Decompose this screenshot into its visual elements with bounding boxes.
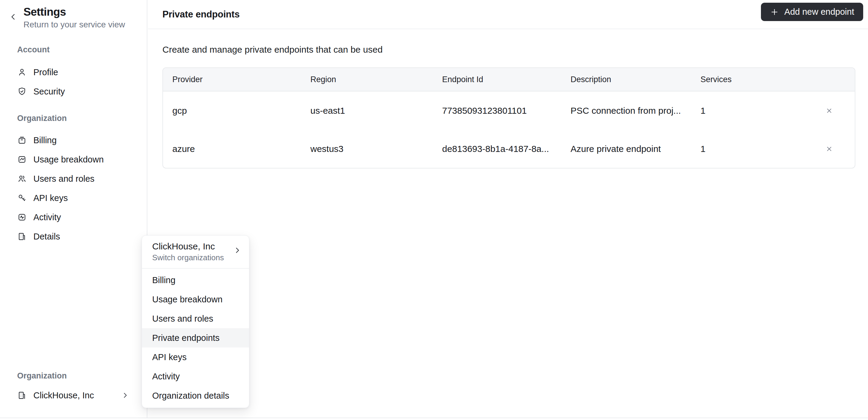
column-header-endpoint-id: Endpoint Id — [433, 75, 561, 84]
sidebar-item-label: Details — [33, 232, 60, 242]
sidebar-header: Settings Return to your service view — [0, 0, 147, 30]
shield-check-icon — [17, 87, 27, 96]
column-header-provider: Provider — [163, 75, 301, 84]
topbar-title: Private endpoints — [162, 9, 240, 20]
activity-icon — [17, 212, 27, 222]
sidebar-item-details[interactable]: Details — [0, 227, 147, 246]
private-endpoints-table: Provider Region Endpoint Id Description … — [162, 67, 856, 169]
page-bottom-divider — [0, 418, 868, 418]
page-description: Create and manage private endpoints that… — [162, 44, 868, 55]
chevron-right-icon — [121, 391, 129, 399]
table-row[interactable]: azure westus3 de813693-8b1a-4187-8a... A… — [163, 130, 855, 168]
remove-endpoint-button[interactable] — [825, 145, 855, 153]
menu-item-usage-breakdown[interactable]: Usage breakdown — [142, 290, 249, 309]
menu-item-private-endpoints[interactable]: Private endpoints — [142, 328, 249, 348]
menu-header-switch-organizations[interactable]: ClickHouse, Inc Switch organizations — [142, 236, 249, 268]
cell-services: 1 — [691, 106, 805, 116]
sidebar-item-label: Usage breakdown — [33, 155, 104, 164]
section-label-organization: Organization — [17, 114, 147, 123]
menu-org-subtitle: Switch organizations — [152, 252, 228, 263]
add-new-endpoint-button[interactable]: Add new endpoint — [761, 3, 863, 21]
menu-item-api-keys[interactable]: API keys — [142, 348, 249, 367]
organization-context-menu: ClickHouse, Inc Switch organizations Bil… — [142, 235, 249, 408]
footer-section-label: Organization — [17, 371, 146, 380]
remove-endpoint-button[interactable] — [825, 107, 855, 115]
x-icon — [825, 145, 833, 153]
cell-provider: gcp — [163, 106, 301, 116]
cell-endpoint-id: 77385093123801101 — [433, 106, 561, 116]
sidebar-item-security[interactable]: Security — [0, 82, 147, 101]
app-root: Settings Return to your service view Acc… — [0, 0, 868, 420]
cell-region: westus3 — [301, 144, 433, 154]
sidebar-item-label: Profile — [33, 67, 58, 77]
sidebar-item-activity[interactable]: Activity — [0, 208, 147, 227]
add-button-label: Add new endpoint — [784, 7, 854, 17]
cell-description: PSC connection from proj... — [561, 106, 691, 116]
cell-region: us-east1 — [301, 106, 433, 116]
sidebar-footer: Organization ClickHouse, Inc — [0, 371, 146, 405]
table-header-row: Provider Region Endpoint Id Description … — [163, 68, 855, 91]
top-bar: Private endpoints Add new endpoint — [148, 0, 868, 29]
users-icon — [17, 174, 27, 183]
sidebar-item-billing[interactable]: Billing — [0, 130, 147, 150]
back-button[interactable] — [8, 11, 19, 22]
sidebar-item-users-and-roles[interactable]: Users and roles — [0, 169, 147, 188]
page-subtitle: Return to your service view — [24, 19, 141, 30]
plus-icon — [770, 7, 779, 17]
sidebar-item-label: Activity — [33, 212, 61, 222]
section-label-account: Account — [17, 45, 147, 54]
chevron-right-icon — [233, 246, 242, 255]
settings-sidebar: Settings Return to your service view Acc… — [0, 0, 147, 418]
key-icon — [17, 193, 27, 203]
billing-icon — [17, 136, 27, 145]
sidebar-item-usage-breakdown[interactable]: Usage breakdown — [0, 150, 147, 169]
menu-org-name: ClickHouse, Inc — [152, 240, 228, 252]
sidebar-item-label: API keys — [33, 193, 68, 203]
menu-item-organization-details[interactable]: Organization details — [142, 386, 249, 405]
column-header-region: Region — [301, 75, 433, 84]
menu-item-list: Billing Usage breakdown Users and roles … — [142, 269, 249, 408]
column-header-description: Description — [561, 75, 691, 84]
sidebar-item-label: Security — [33, 87, 65, 97]
table-row[interactable]: gcp us-east1 77385093123801101 PSC conne… — [163, 91, 855, 130]
x-icon — [825, 107, 833, 115]
building-icon — [17, 391, 27, 400]
menu-item-billing[interactable]: Billing — [142, 270, 249, 290]
cell-endpoint-id: de813693-8b1a-4187-8a... — [433, 144, 561, 154]
page-title: Settings — [24, 5, 141, 19]
chevron-left-icon — [8, 12, 18, 22]
cell-description: Azure private endpoint — [561, 144, 691, 154]
sidebar-item-api-keys[interactable]: API keys — [0, 188, 147, 208]
sidebar-item-profile[interactable]: Profile — [0, 63, 147, 82]
column-header-services: Services — [691, 75, 805, 84]
organization-name: ClickHouse, Inc — [33, 391, 94, 400]
usage-chart-icon — [17, 155, 27, 164]
sidebar-item-label: Billing — [33, 136, 57, 145]
menu-item-activity[interactable]: Activity — [142, 367, 249, 386]
building-icon — [17, 232, 27, 241]
organization-switcher[interactable]: ClickHouse, Inc — [0, 386, 146, 405]
menu-item-users-and-roles[interactable]: Users and roles — [142, 309, 249, 328]
cell-services: 1 — [691, 144, 805, 154]
sidebar-item-label: Users and roles — [33, 174, 94, 184]
cell-provider: azure — [163, 144, 301, 154]
user-icon — [17, 67, 27, 77]
main-content: Create and manage private endpoints that… — [148, 30, 868, 418]
